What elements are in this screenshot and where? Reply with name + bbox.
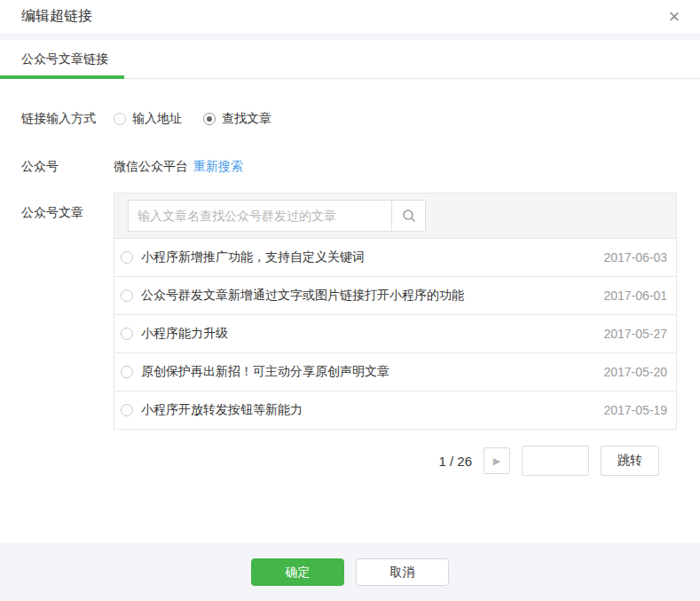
article-title: 原创保护再出新招！可主动分享原创声明文章 [141, 364, 603, 380]
radio-enter-address[interactable]: 输入地址 [114, 111, 182, 127]
radio-find-article-label: 查找文章 [222, 111, 271, 127]
article-date: 2017-05-20 [603, 365, 667, 379]
article-date: 2017-05-27 [603, 327, 667, 341]
dialog-header: 编辑超链接 × [0, 0, 700, 33]
right-arrow-icon: ▶ [493, 455, 500, 466]
search-icon [401, 208, 417, 224]
radio-circle-icon[interactable] [121, 366, 133, 378]
cancel-button[interactable]: 取消 [356, 558, 449, 586]
active-tab-indicator [0, 75, 124, 79]
article-title: 小程序能力升级 [141, 326, 603, 342]
dialog-title: 编辑超链接 [21, 7, 92, 26]
official-account-label: 公众号 [21, 159, 114, 175]
official-account-value: 微信公众平台 [114, 159, 188, 175]
jump-button[interactable]: 跳转 [601, 446, 659, 476]
dialog-footer: 确定 取消 [0, 543, 700, 601]
radio-circle-icon[interactable] [114, 113, 126, 125]
radio-circle-icon[interactable] [121, 404, 133, 416]
radio-circle-icon[interactable] [121, 289, 133, 302]
article-date: 2017-06-01 [603, 289, 667, 303]
header-divider [0, 33, 700, 40]
close-icon[interactable]: × [663, 5, 686, 28]
article-title: 小程序开放转发按钮等新能力 [141, 402, 603, 418]
search-button[interactable] [392, 200, 426, 232]
next-page-button[interactable]: ▶ [484, 447, 510, 474]
link-input-method-row: 链接输入方式 输入地址 查找文章 [21, 111, 677, 127]
research-link[interactable]: 重新搜索 [193, 159, 243, 175]
radio-find-article[interactable]: 查找文章 [203, 111, 271, 127]
link-input-method-options: 输入地址 查找文章 [114, 111, 293, 127]
jump-page-input[interactable] [522, 446, 589, 476]
article-list-item[interactable]: 小程序新增推广功能，支持自定义关键词 2017-06-03 [114, 238, 676, 276]
edit-hyperlink-dialog: 编辑超链接 × 公众号文章链接 链接输入方式 输入地址 查找文章 公众号 微信公… [0, 0, 700, 601]
link-input-method-label: 链接输入方式 [21, 111, 114, 127]
article-title: 公众号群发文章新增通过文字或图片链接打开小程序的功能 [141, 288, 603, 304]
article-title: 小程序新增推广功能，支持自定义关键词 [141, 249, 603, 265]
radio-circle-icon[interactable] [203, 113, 216, 125]
articles-row: 公众号文章 小程序新增推广功能，支持自定义 [21, 193, 677, 476]
article-list-item[interactable]: 公众号群发文章新增通过文字或图片链接打开小程序的功能 2017-06-01 [114, 276, 676, 314]
articles-label: 公众号文章 [21, 193, 114, 221]
radio-circle-icon[interactable] [121, 328, 133, 340]
article-list-box: 小程序新增推广功能，支持自定义关键词 2017-06-03 公众号群发文章新增通… [114, 193, 677, 430]
article-search-bar [114, 194, 676, 238]
radio-circle-icon[interactable] [121, 251, 133, 264]
official-account-row: 公众号 微信公众平台 重新搜索 [21, 159, 677, 175]
article-date: 2017-05-19 [603, 403, 667, 417]
article-date: 2017-06-03 [603, 250, 667, 265]
dialog-content: 链接输入方式 输入地址 查找文章 公众号 微信公众平台 重新搜索 公众号文章 [0, 111, 700, 476]
page-indicator: 1 / 26 [438, 454, 472, 469]
article-list-item[interactable]: 原创保护再出新招！可主动分享原创声明文章 2017-05-20 [114, 352, 676, 391]
article-search-input[interactable] [128, 200, 392, 232]
pagination: 1 / 26 ▶ 跳转 [114, 446, 677, 476]
radio-enter-address-label: 输入地址 [132, 111, 182, 127]
article-list-item[interactable]: 小程序能力升级 2017-05-27 [114, 314, 676, 352]
article-list-item[interactable]: 小程序开放转发按钮等新能力 2017-05-19 [114, 391, 676, 429]
tab-official-article-link[interactable]: 公众号文章链接 [0, 40, 130, 78]
tab-bar: 公众号文章链接 [0, 40, 700, 79]
confirm-button[interactable]: 确定 [251, 558, 344, 586]
